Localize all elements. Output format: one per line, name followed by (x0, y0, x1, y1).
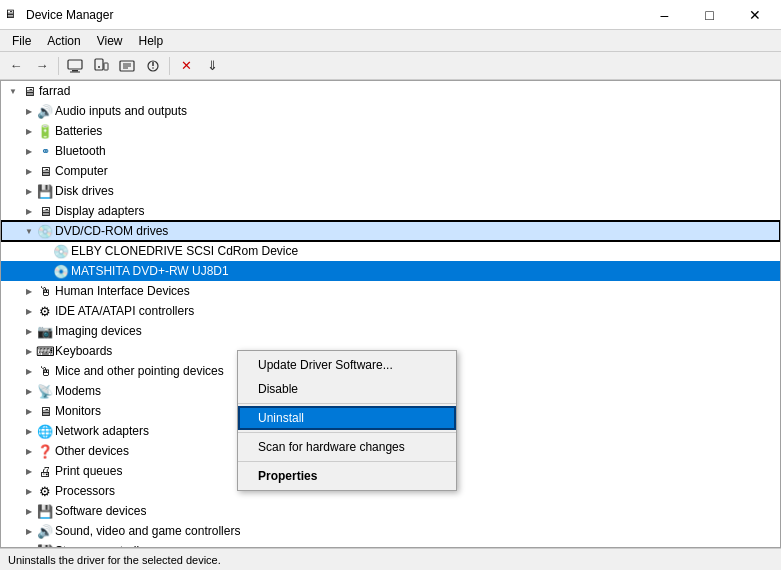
title-bar-title: Device Manager (26, 8, 113, 22)
root-label: farrad (39, 84, 70, 98)
main-area: 🖥 farrad 🔊 Audio inputs and outputs 🔋 Ba… (0, 80, 781, 548)
root-toggle[interactable] (5, 83, 21, 99)
hid-toggle[interactable] (21, 283, 37, 299)
batteries-toggle[interactable] (21, 123, 37, 139)
network-icon: 🌐 (37, 423, 53, 439)
imaging-icon: 📷 (37, 323, 53, 339)
svg-point-5 (98, 66, 100, 68)
toolbar-update[interactable]: ⇓ (200, 55, 224, 77)
ctx-properties[interactable]: Properties (238, 464, 456, 488)
display-toggle[interactable] (21, 203, 37, 219)
toolbar-properties[interactable] (115, 55, 139, 77)
monitors-label: Monitors (55, 404, 101, 418)
bluetooth-toggle[interactable] (21, 143, 37, 159)
menu-file[interactable]: File (4, 32, 39, 50)
toolbar-device[interactable] (89, 55, 113, 77)
tree-item-imaging[interactable]: 📷 Imaging devices (1, 321, 780, 341)
network-label: Network adapters (55, 424, 149, 438)
other-icon: ❓ (37, 443, 53, 459)
ctx-scan[interactable]: Scan for hardware changes (238, 435, 456, 459)
context-menu: Update Driver Software... Disable Uninst… (237, 350, 457, 491)
mice-icon: 🖱 (37, 363, 53, 379)
ctx-disable[interactable]: Disable (238, 377, 456, 401)
tree-item-computer[interactable]: 🖥 Computer (1, 161, 780, 181)
menu-bar: File Action View Help (0, 30, 781, 52)
network-toggle[interactable] (21, 423, 37, 439)
dvd-label: DVD/CD-ROM drives (55, 224, 168, 238)
toolbar-computer[interactable] (63, 55, 87, 77)
menu-help[interactable]: Help (131, 32, 172, 50)
mice-label: Mice and other pointing devices (55, 364, 224, 378)
toolbar: ← → ✕ ⇓ (0, 52, 781, 80)
tree-item-batteries[interactable]: 🔋 Batteries (1, 121, 780, 141)
processors-icon: ⚙ (37, 483, 53, 499)
computer-label: Computer (55, 164, 108, 178)
title-bar-controls: – □ ✕ (642, 0, 777, 30)
dvd-icon: 💿 (37, 223, 53, 239)
toolbar-sep2 (169, 57, 170, 75)
bluetooth-label: Bluetooth (55, 144, 106, 158)
mice-toggle[interactable] (21, 363, 37, 379)
ctx-uninstall[interactable]: Uninstall (238, 406, 456, 430)
tree-item-software[interactable]: 💾 Software devices (1, 501, 780, 521)
svg-rect-0 (68, 60, 82, 69)
status-text: Uninstalls the driver for the selected d… (8, 554, 221, 566)
audio-label: Audio inputs and outputs (55, 104, 187, 118)
close-button[interactable]: ✕ (732, 0, 777, 30)
processors-toggle[interactable] (21, 483, 37, 499)
ctx-sep2 (238, 432, 456, 433)
print-toggle[interactable] (21, 463, 37, 479)
batteries-label: Batteries (55, 124, 102, 138)
menu-view[interactable]: View (89, 32, 131, 50)
software-toggle[interactable] (21, 503, 37, 519)
tree-item-bluetooth[interactable]: ⚭ Bluetooth (1, 141, 780, 161)
imaging-toggle[interactable] (21, 323, 37, 339)
ide-toggle[interactable] (21, 303, 37, 319)
computer-toggle[interactable] (21, 163, 37, 179)
monitors-icon: 🖥 (37, 403, 53, 419)
tree-item-diskdrives[interactable]: 💾 Disk drives (1, 181, 780, 201)
tree-item-audio[interactable]: 🔊 Audio inputs and outputs (1, 101, 780, 121)
dvd-toggle[interactable] (21, 223, 37, 239)
minimize-button[interactable]: – (642, 0, 687, 30)
print-label: Print queues (55, 464, 122, 478)
dvd2-label: MATSHITA DVD+-RW UJ8D1 (71, 264, 229, 278)
diskdrives-toggle[interactable] (21, 183, 37, 199)
toolbar-delete[interactable]: ✕ (174, 55, 198, 77)
processors-label: Processors (55, 484, 115, 498)
tree-item-dvd[interactable]: 💿 DVD/CD-ROM drives (1, 221, 780, 241)
status-bar: Uninstalls the driver for the selected d… (0, 548, 781, 570)
modems-toggle[interactable] (21, 383, 37, 399)
tree-item-displayadapters[interactable]: 🖥 Display adapters (1, 201, 780, 221)
menu-action[interactable]: Action (39, 32, 88, 50)
svg-rect-4 (104, 63, 108, 70)
toolbar-scan[interactable] (141, 55, 165, 77)
storage-label: Storage controllers (55, 544, 156, 548)
ide-icon: ⚙ (37, 303, 53, 319)
toolbar-back[interactable]: ← (4, 55, 28, 77)
keyboards-label: Keyboards (55, 344, 112, 358)
sound-toggle[interactable] (21, 523, 37, 539)
tree-item-sound[interactable]: 🔊 Sound, video and game controllers (1, 521, 780, 541)
ctx-update[interactable]: Update Driver Software... (238, 353, 456, 377)
dvd2-icon: 💿 (53, 263, 69, 279)
bluetooth-icon: ⚭ (37, 143, 53, 159)
tree-item-dvd2[interactable]: 💿 MATSHITA DVD+-RW UJ8D1 (1, 261, 780, 281)
toolbar-sep1 (58, 57, 59, 75)
software-label: Software devices (55, 504, 146, 518)
tree-item-hid[interactable]: 🖱 Human Interface Devices (1, 281, 780, 301)
toolbar-forward[interactable]: → (30, 55, 54, 77)
title-bar-left: 🖥 Device Manager (4, 7, 113, 23)
storage-toggle[interactable] (21, 543, 37, 548)
computer-icon2: 🖥 (37, 163, 53, 179)
tree-root[interactable]: 🖥 farrad (1, 81, 780, 101)
maximize-button[interactable]: □ (687, 0, 732, 30)
other-toggle[interactable] (21, 443, 37, 459)
audio-icon: 🔊 (37, 103, 53, 119)
audio-toggle[interactable] (21, 103, 37, 119)
svg-rect-3 (95, 59, 103, 70)
monitors-toggle[interactable] (21, 403, 37, 419)
tree-item-dvd1[interactable]: 💿 ELBY CLONEDRIVE SCSI CdRom Device (1, 241, 780, 261)
tree-item-storage[interactable]: 💾 Storage controllers (1, 541, 780, 548)
tree-item-ide[interactable]: ⚙ IDE ATA/ATAPI controllers (1, 301, 780, 321)
